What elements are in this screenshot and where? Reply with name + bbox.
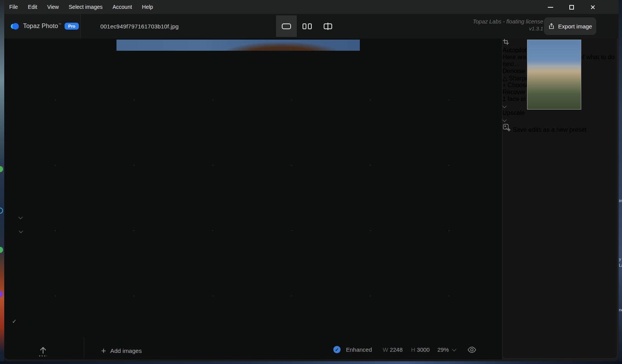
desktop-icon-label: in: [619, 198, 622, 203]
pro-badge: Pro: [65, 23, 78, 30]
status-bar: ✓ Enhanced W 2248 H 3000 29%: [333, 346, 476, 353]
screen: in y La ne File Edit View Select images …: [0, 0, 622, 364]
menu-select-images[interactable]: Select images: [69, 4, 103, 10]
plus-icon: +: [101, 346, 106, 356]
window-maximize-button[interactable]: [567, 3, 577, 11]
export-image-label: Export image: [558, 23, 592, 30]
desktop-icon: [0, 291, 3, 297]
desktop-wallpaper-right: in y La ne: [619, 0, 622, 364]
split-view-button[interactable]: [318, 15, 338, 37]
photo-hair-detail: [220, 42, 343, 51]
upscale-label: Upscale: [502, 110, 617, 116]
side-by-side-view-button[interactable]: [297, 15, 318, 37]
sharpen-icon: △: [502, 75, 507, 81]
desktop-icon: [0, 247, 3, 253]
image-canvas[interactable]: ✓ + Add images ✓ Enhanced W 2248 H 3000 …: [4, 38, 502, 359]
desktop-icon-label: ne: [619, 307, 622, 312]
desktop-icon: [0, 166, 3, 172]
window-minimize-button[interactable]: [545, 3, 555, 11]
preset-icon: [502, 123, 511, 132]
menu-help[interactable]: Help: [142, 4, 153, 10]
preview-eye-button[interactable]: [467, 346, 476, 353]
desktop-icon-label: La: [619, 263, 622, 268]
desktop-icon: [0, 208, 3, 214]
menu-bar: File Edit View Select images Account Hel…: [4, 0, 619, 14]
desktop-wallpaper-bottom: [0, 361, 622, 364]
image-width: W 2248: [383, 346, 403, 353]
close-icon: ✕: [590, 4, 595, 11]
minimize-icon: [548, 7, 553, 8]
split-view-icon: [324, 23, 332, 29]
view-mode-buttons: [276, 15, 338, 37]
right-panel: Autopilot Here are some suggestions of w…: [502, 38, 617, 359]
app-name: Topaz Photo™: [23, 23, 61, 30]
bottom-bar-divider: [84, 337, 84, 357]
save-preset-label: Save edits as a new preset: [512, 126, 586, 133]
zoom-level-dropdown[interactable]: 29%: [437, 346, 455, 353]
chevron-down-icon: [502, 118, 507, 122]
single-view-icon: [282, 23, 291, 29]
chevron-down-icon: [452, 347, 456, 351]
open-filename: 001ec949f797161703b10f.jpg: [100, 14, 179, 38]
checkmark-icon: ✓: [12, 318, 17, 325]
add-images-label: Add images: [110, 347, 142, 354]
upscale-section[interactable]: Upscale: [502, 110, 617, 123]
upload-icon[interactable]: [37, 345, 50, 359]
enhanced-check-icon: ✓: [333, 346, 341, 353]
window-close-button[interactable]: ✕: [588, 3, 598, 11]
save-preset-button[interactable]: Save edits as a new preset: [502, 123, 617, 133]
desktop-icon-label: y: [619, 257, 621, 261]
autopilot-label: Autopilot: [502, 47, 526, 53]
export-image-button[interactable]: Export image: [544, 17, 596, 35]
side-by-side-icon: [303, 23, 312, 29]
trademark: ™: [58, 23, 61, 26]
chevron-down-icon: [502, 104, 507, 108]
license-info: Topaz Labs - floating license v1.3.1: [473, 18, 543, 32]
desktop-wallpaper-left: [0, 0, 4, 364]
menu-edit[interactable]: Edit: [28, 4, 37, 10]
header-toolbar: Topaz Photo™ Pro 001ec949f797161703b10f.…: [4, 14, 619, 38]
license-name: Topaz Labs - floating license: [473, 18, 543, 25]
menu-file[interactable]: File: [9, 4, 18, 10]
share-icon: [548, 23, 555, 30]
maximize-icon: [569, 5, 574, 10]
app-window: File Edit View Select images Account Hel…: [4, 0, 619, 361]
app-logo: Topaz Photo™ Pro: [4, 14, 81, 38]
eye-icon: [467, 346, 476, 353]
image-thumbnail[interactable]: [527, 40, 581, 110]
add-images-button[interactable]: + Add images: [101, 346, 142, 356]
single-view-button[interactable]: [276, 15, 297, 37]
photo-top-edge: [116, 40, 360, 51]
zoom-level-value: 29%: [437, 346, 449, 353]
menu-view[interactable]: View: [47, 4, 59, 10]
denoise-label: Denoise: [502, 68, 525, 74]
license-version: v1.3.1: [473, 25, 543, 32]
menu-account[interactable]: Account: [113, 4, 132, 10]
image-height: H 3000: [411, 346, 429, 353]
topaz-logo-icon: [11, 23, 19, 30]
status-enhanced: Enhanced: [346, 346, 372, 353]
crop-icon: [502, 38, 509, 45]
plus-icon: +: [502, 82, 506, 88]
